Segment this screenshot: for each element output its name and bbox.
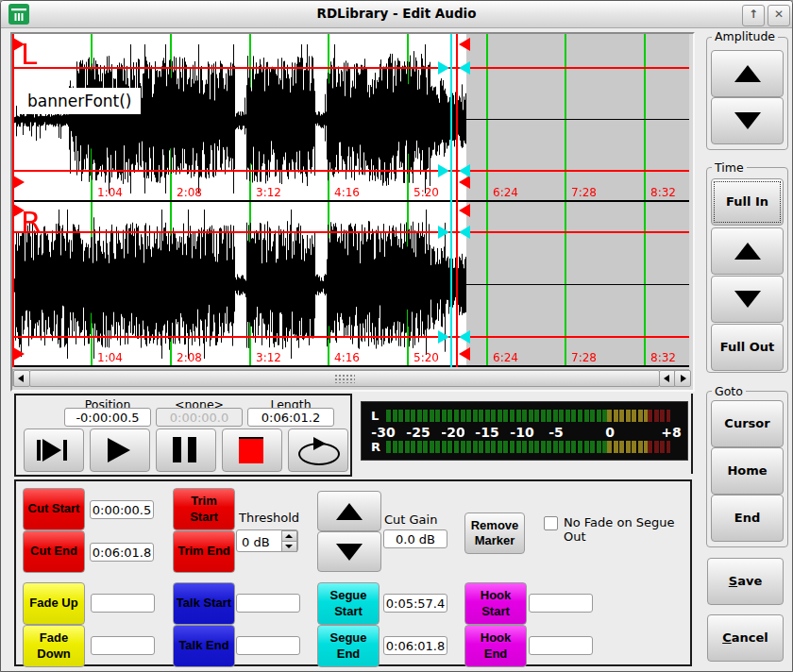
- cut-end-marker-icon[interactable]: [459, 347, 470, 361]
- segue-start-line[interactable]: [450, 34, 452, 367]
- cancel-button[interactable]: Cancel: [707, 614, 784, 662]
- time-tick: 4:16: [334, 186, 360, 199]
- time-tick: 6:24: [493, 351, 518, 364]
- goto-cursor-button[interactable]: Cursor: [711, 400, 784, 447]
- meter-scale-tick: +8: [661, 425, 681, 440]
- axis-line: [12, 365, 689, 367]
- talk-end-field[interactable]: [236, 636, 300, 655]
- time-group-title: Time: [712, 160, 747, 175]
- no-fade-checkbox[interactable]: [544, 516, 558, 530]
- fade-up-field[interactable]: [91, 594, 155, 613]
- amplitude-up-button[interactable]: [711, 50, 784, 97]
- cut-end-marker-icon[interactable]: [459, 38, 470, 51]
- hook-start-button[interactable]: Hook Start: [464, 582, 527, 625]
- spin-down-icon[interactable]: [281, 541, 297, 552]
- time-tick: 2:08: [177, 186, 202, 199]
- meter-scale-tick: 0: [605, 425, 615, 440]
- cut-start-button[interactable]: Cut Start: [23, 488, 85, 530]
- scroll-right-button[interactable]: [674, 370, 691, 387]
- meter-bar-right: [386, 441, 670, 453]
- hook-end-field[interactable]: [529, 636, 593, 655]
- talk-end-button[interactable]: Talk End: [173, 625, 235, 667]
- cut-start-marker-icon[interactable]: [13, 38, 25, 51]
- time-tick: 3:12: [256, 186, 281, 199]
- amplitude-down-button[interactable]: [711, 97, 784, 144]
- cut-start-line[interactable]: [12, 34, 14, 367]
- scrollbar-thumb[interactable]: [29, 370, 660, 387]
- goto-group-title: Goto: [712, 384, 746, 398]
- segue-end-marker-icon[interactable]: [459, 164, 470, 177]
- time-zoom-out-button[interactable]: [711, 276, 784, 323]
- meter-scale-tick: -15: [475, 425, 498, 440]
- play-button[interactable]: [90, 428, 150, 472]
- fade-up-button[interactable]: Fade Up: [23, 582, 85, 625]
- goto-end-button[interactable]: End: [711, 495, 784, 542]
- horizontal-scrollbar[interactable]: [12, 369, 689, 386]
- time-tick: 7:28: [571, 186, 597, 199]
- shade-window-icon[interactable]: ↑: [742, 5, 765, 26]
- up-arrow-icon: [734, 243, 761, 260]
- hook-end-button[interactable]: Hook End: [464, 625, 527, 667]
- meter-scale-tick: -5: [548, 425, 564, 440]
- time-full-out-button[interactable]: Full Out: [711, 324, 784, 371]
- meter-scale-tick: -10: [510, 425, 533, 440]
- talk-start-button[interactable]: Talk Start: [173, 582, 235, 625]
- threshold-value[interactable]: [237, 530, 287, 553]
- cut-start-marker-icon[interactable]: [13, 176, 25, 189]
- remove-marker-button[interactable]: Remove Marker: [464, 512, 525, 554]
- segue-start-button[interactable]: Segue Start: [317, 582, 380, 625]
- segue-start-marker-icon[interactable]: [438, 61, 449, 75]
- threshold-spinbox[interactable]: [236, 529, 298, 552]
- cut-end-button[interactable]: Cut End: [23, 530, 85, 573]
- pause-button[interactable]: [156, 428, 216, 472]
- save-button[interactable]: Save: [707, 558, 784, 605]
- title-bar[interactable]: RDLibrary - Edit Audio ↑ ✕: [1, 1, 792, 28]
- segue-end-marker-icon[interactable]: [459, 61, 470, 75]
- scroll-left-button[interactable]: [13, 370, 30, 387]
- time-full-in-button[interactable]: Full In: [711, 178, 784, 226]
- gain-down-button[interactable]: [317, 531, 381, 572]
- talk-start-field[interactable]: [236, 594, 300, 613]
- gain-line: [12, 170, 689, 172]
- zero-line-left: [12, 119, 689, 120]
- loop-button[interactable]: [288, 428, 348, 472]
- cut-end-marker-icon[interactable]: [459, 204, 470, 217]
- fade-down-field[interactable]: [91, 636, 155, 655]
- segue-end-button[interactable]: Segue End: [317, 625, 380, 667]
- play-from-start-button[interactable]: [24, 428, 84, 472]
- length-field[interactable]: [247, 408, 334, 427]
- hook-start-field[interactable]: [529, 594, 593, 613]
- segue-end-marker-icon[interactable]: [459, 330, 470, 344]
- waveform-display[interactable]: L R 1:04 2:08 3:12 4:16 5:20 6:24 7:28 8…: [12, 34, 689, 367]
- cut-start-field[interactable]: [90, 500, 154, 519]
- goto-home-button[interactable]: Home: [711, 447, 784, 495]
- segue-start-marker-icon[interactable]: [438, 164, 449, 177]
- segue-start-marker-icon[interactable]: [438, 226, 449, 239]
- trim-start-button[interactable]: Trim Start: [173, 488, 235, 530]
- fade-down-button[interactable]: Fade Down: [23, 625, 85, 667]
- time-zoom-in-button[interactable]: [711, 227, 784, 275]
- cut-end-marker-icon[interactable]: [459, 176, 470, 189]
- cut-end-field[interactable]: [90, 543, 154, 562]
- time-tick: 8:32: [650, 351, 676, 364]
- segue-end-marker-icon[interactable]: [459, 226, 470, 239]
- cut-start-marker-icon[interactable]: [13, 204, 25, 217]
- stop-button[interactable]: [222, 428, 282, 472]
- meter-scale-tick: -20: [441, 425, 464, 440]
- meter-scale-tick: -25: [406, 425, 430, 440]
- cut-end-line[interactable]: [456, 34, 458, 367]
- segue-end-field[interactable]: [383, 636, 447, 655]
- trim-end-button[interactable]: Trim End: [173, 530, 235, 573]
- time-tick: 8:32: [650, 186, 676, 199]
- segue-start-marker-icon[interactable]: [438, 330, 449, 344]
- cut-gain-field[interactable]: [383, 529, 447, 548]
- position-field[interactable]: [64, 408, 151, 427]
- amplitude-group-title: Amplitude: [712, 29, 778, 43]
- gain-up-button[interactable]: [317, 491, 381, 531]
- scrollbar-grip: [334, 374, 355, 383]
- cut-start-marker-icon[interactable]: [13, 347, 25, 361]
- close-window-icon[interactable]: ✕: [768, 5, 790, 26]
- segue-start-field[interactable]: [383, 594, 447, 613]
- down-arrow-icon: [336, 544, 363, 561]
- banner-font-overlay: bannerFont(): [18, 88, 141, 114]
